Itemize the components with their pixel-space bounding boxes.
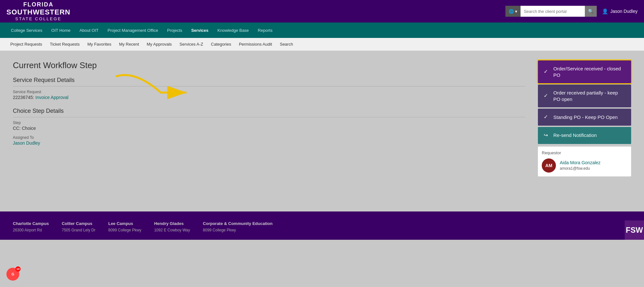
logo-line1: FLORIDA (23, 1, 54, 8)
footer-col-lee: Lee Campus 8099 College Pkwy (108, 221, 141, 233)
top-header: FLORIDA SOUTHWESTERN STATE COLLEGE 🌐 ▾ 🔍… (0, 0, 644, 22)
subnav-my-favorites[interactable]: My Favorites (84, 38, 115, 51)
choice-step-subtitle: Choice Step Details (13, 108, 525, 117)
service-request-number: 22236745: (13, 95, 34, 100)
resend-icon: ↪ (544, 132, 550, 139)
service-request-value: 22236745: Invoice Approval (13, 95, 525, 100)
user-name: Jason Dudley (610, 9, 638, 14)
subnav-search[interactable]: Search (276, 38, 297, 51)
requestor-email: amora1@fsw.edu (560, 166, 590, 171)
footer-col-charlotte: Charlotte Campus 26300 Airport Rd (13, 221, 49, 233)
check-icon-1: ✓ (544, 68, 550, 75)
fsw-corner-logo: FSW (625, 220, 644, 240)
btn-standing-po-label: Standing PO - Keep PO Open (553, 114, 625, 121)
service-request-label: Service Request (13, 90, 525, 94)
footer-lee-addr: 8099 College Pkwy (108, 227, 141, 233)
assigned-to-row: Assigned To Jason Dudley (13, 135, 525, 146)
header-right: 🌐 ▾ 🔍 👤 Jason Dudley (505, 6, 638, 17)
main-nav: College Services OIT Home About OIT Proj… (0, 22, 644, 38)
footer-charlotte-title: Charlotte Campus (13, 221, 49, 226)
step-row: Step CC: Choice (13, 121, 525, 131)
globe-arrow: ▾ (515, 9, 517, 14)
user-icon: 👤 (602, 8, 608, 14)
check-icon-3: ✓ (544, 114, 550, 121)
footer-collier-title: Collier Campus (62, 221, 95, 226)
btn-closed-po[interactable]: ✓ Order/Service received - closed PO (538, 60, 631, 83)
logo: FLORIDA SOUTHWESTERN STATE COLLEGE (6, 1, 70, 21)
grammarly-count: 10 (15, 266, 21, 272)
search-button[interactable]: 🔍 (585, 6, 597, 17)
footer-columns: Charlotte Campus 26300 Airport Rd Collie… (13, 221, 631, 233)
assigned-to-label: Assigned To (13, 135, 525, 140)
footer-cce-title: Corporate & Community Education (203, 221, 273, 226)
requestor-name-link[interactable]: Aida Mora Gonzalez (560, 160, 601, 165)
footer-cce-addr: 8099 College Pkwy (203, 227, 273, 233)
check-icon-2: ✓ (544, 93, 550, 99)
subnav-categories[interactable]: Categories (207, 38, 235, 51)
assigned-to-value: Jason Dudley (13, 140, 525, 146)
subnav-services-az[interactable]: Services A-Z (176, 38, 207, 51)
subnav-ticket-requests[interactable]: Ticket Requests (46, 38, 84, 51)
requestor-info: Aida Mora Gonzalez amora1@fsw.edu (560, 160, 601, 171)
main-content: Current Workflow Step Service Request De… (0, 51, 644, 211)
btn-resend[interactable]: ↪ Re-send Notification (538, 127, 631, 144)
grammarly-label: G (12, 272, 14, 276)
left-panel: Current Workflow Step Service Request De… (13, 60, 525, 202)
footer-charlotte-addr: 26300 Airport Rd (13, 227, 49, 233)
annotation-arrow (109, 67, 199, 109)
search-box: 🌐 ▾ 🔍 (505, 6, 597, 17)
footer: Charlotte Campus 26300 Airport Rd Collie… (0, 211, 644, 240)
subnav-project-requests[interactable]: Project Requests (6, 38, 46, 51)
subnav-permissions-audit[interactable]: Permissions Audit (235, 38, 276, 51)
logo-line2: SOUTHWESTERN (6, 8, 70, 16)
requestor-card: AM Aida Mora Gonzalez amora1@fsw.edu (542, 158, 627, 173)
footer-collier-addr: 7505 Grand Lely Dr (62, 227, 95, 233)
requestor-section: Requestor AM Aida Mora Gonzalez amora1@f… (538, 147, 631, 176)
footer-col-cce: Corporate & Community Education 8099 Col… (203, 221, 273, 233)
logo-line3: STATE COLLEGE (15, 16, 62, 21)
search-icon: 🔍 (588, 9, 594, 14)
btn-resend-label: Re-send Notification (553, 132, 625, 139)
btn-standing-po[interactable]: ✓ Standing PO - Keep PO Open (538, 109, 631, 126)
step-label: Step (13, 121, 525, 125)
page-title: Current Workflow Step (13, 60, 525, 70)
btn-closed-po-label: Order/Service received - closed PO (553, 66, 625, 78)
nav-college-services[interactable]: College Services (6, 22, 47, 38)
step-value: CC: Choice (13, 126, 525, 131)
right-panel: ✓ Order/Service received - closed PO ✓ O… (538, 60, 631, 202)
globe-button[interactable]: 🌐 ▾ (505, 6, 521, 17)
footer-hendry-addr: 1092 E Cowboy Way (154, 227, 190, 233)
sub-nav: Project Requests Ticket Requests My Favo… (0, 38, 644, 51)
btn-keep-open[interactable]: ✓ Order received partially - keep PO ope… (538, 85, 631, 107)
requestor-label: Requestor (542, 150, 627, 155)
footer-hendry-title: Hendry Glades (154, 221, 190, 226)
nav-reports[interactable]: Reports (253, 22, 277, 38)
footer-lee-title: Lee Campus (108, 221, 141, 226)
user-info: 👤 Jason Dudley (602, 8, 638, 14)
btn-keep-open-label: Order received partially - keep PO open (553, 90, 625, 102)
nav-project-mgmt[interactable]: Project Management Office (103, 22, 163, 38)
footer-col-hendry: Hendry Glades 1092 E Cowboy Way (154, 221, 190, 233)
subnav-my-recent[interactable]: My Recent (115, 38, 143, 51)
grammarly-badge[interactable]: G 10 (6, 268, 19, 281)
invoice-approval-link[interactable]: Invoice Approval (35, 95, 68, 100)
nav-about-oit[interactable]: About OIT (75, 22, 103, 38)
nav-services[interactable]: Services (187, 22, 213, 38)
nav-projects[interactable]: Projects (163, 22, 187, 38)
choice-section: Choice Step Details Step CC: Choice Assi… (13, 108, 525, 146)
avatar: AM (542, 158, 556, 173)
search-input[interactable] (521, 9, 585, 14)
service-request-subtitle: Service Request Details (13, 77, 525, 86)
globe-icon: 🌐 (509, 9, 514, 14)
subnav-my-approvals[interactable]: My Approvals (143, 38, 176, 51)
nav-knowledge-base[interactable]: Knowledge Base (213, 22, 253, 38)
nav-oit-home[interactable]: OIT Home (47, 22, 75, 38)
assigned-to-link[interactable]: Jason Dudley (13, 140, 40, 146)
footer-col-collier: Collier Campus 7505 Grand Lely Dr (62, 221, 95, 233)
service-request-row: Service Request 22236745: Invoice Approv… (13, 90, 525, 100)
